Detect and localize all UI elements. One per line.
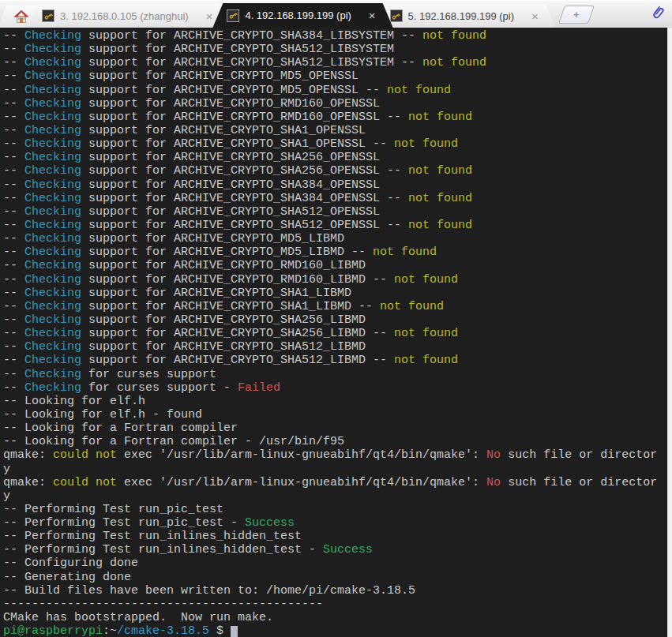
terminal-text-segment: support for ARCHIVE_CRYPTO_RMD160_LIBMD	[81, 259, 366, 272]
terminal-text-segment: --	[3, 29, 24, 43]
terminal-text-segment: support for ARCHIVE_CRYPTO_SHA512_LIBSYS…	[81, 56, 422, 69]
terminal-text-segment: support for ARCHIVE_CRYPTO_SHA384_LIBSYS…	[81, 29, 422, 43]
terminal-text-segment: Checking	[24, 29, 81, 43]
terminal-text-segment: not found	[380, 300, 444, 313]
tab-bar: 3. 192.168.0.105 (zhanghui) × 4. 192.168…	[0, 0, 672, 28]
new-tab-button[interactable]: +	[558, 6, 595, 24]
terminal-line: -- Looking for a Fortran compiler - /usr…	[3, 435, 666, 448]
terminal-line: -- Configuring done	[3, 556, 666, 570]
terminal-line: -- Checking support for ARCHIVE_CRYPTO_S…	[3, 219, 666, 232]
terminal-text-segment: Checking	[24, 381, 81, 395]
terminal-text-segment: Checking	[24, 368, 81, 381]
terminal-line: -- Performing Test run_pic_test	[3, 503, 666, 516]
terminal-text-segment: --	[3, 56, 24, 69]
terminal-text-segment: --	[3, 97, 24, 111]
terminal-text-segment: could not	[53, 448, 117, 462]
terminal-text-segment: qmake:	[3, 476, 53, 489]
close-tab-icon[interactable]: ×	[197, 10, 213, 22]
terminal-text-segment: not found	[394, 327, 458, 340]
terminal-text-segment: support for ARCHIVE_CRYPTO_MD5_OPENSSL	[81, 69, 359, 83]
terminal-text-segment: Checking	[24, 69, 81, 83]
terminal-text-segment: qmake:	[3, 448, 53, 462]
terminal-text-segment: Success	[323, 543, 373, 556]
terminal-text-segment: not found	[408, 111, 472, 124]
terminal-text-segment: support for ARCHIVE_CRYPTO_RMD160_OPENSS…	[81, 97, 380, 111]
scrollbar-track[interactable]	[667, 28, 672, 637]
terminal-text-segment: not found	[373, 245, 437, 259]
terminal-line: -- Checking support for ARCHIVE_CRYPTO_M…	[3, 84, 666, 97]
terminal-text-segment: --	[3, 340, 24, 354]
terminal-text-segment: support for ARCHIVE_CRYPTO_SHA512_LIBMD …	[81, 354, 394, 367]
terminal-text-segment: :~	[103, 624, 117, 637]
terminal-text-segment: Checking	[24, 84, 81, 97]
terminal-line: -- Checking support for ARCHIVE_CRYPTO_S…	[3, 137, 666, 151]
terminal-text-segment: --	[3, 368, 24, 381]
terminal-line: -- Generating done	[3, 571, 666, 584]
terminal-text-segment: support for ARCHIVE_CRYPTO_MD5_LIBMD	[81, 232, 344, 245]
terminal-text-segment: -- Generating done	[3, 571, 131, 584]
terminal-text-segment: Checking	[24, 232, 81, 245]
terminal-line: -- Checking support for ARCHIVE_CRYPTO_M…	[3, 245, 666, 259]
terminal-text-segment: -- Build files have been written to: /ho…	[3, 584, 415, 598]
terminal-text-segment: such file or director	[501, 476, 657, 489]
terminal-line: -- Checking for curses support	[3, 368, 666, 381]
terminal-text-segment: --	[3, 259, 24, 272]
terminal-text-segment: support for ARCHIVE_CRYPTO_MD5_OPENSSL -…	[81, 84, 387, 97]
terminal-text-segment: -- Performing Test run_inlines_hidden_te…	[3, 530, 302, 543]
terminal-line: -- Checking support for ARCHIVE_CRYPTO_S…	[3, 287, 666, 300]
terminal-text-segment: Checking	[24, 300, 81, 313]
terminal-screen[interactable]: -- Checking support for ARCHIVE_CRYPTO_S…	[0, 28, 672, 637]
terminal-text-segment: exec '/usr/lib/arm-linux-gnueabihf/qt4/b…	[117, 476, 486, 489]
tab-label: 4. 192.168.199.199 (pi)	[245, 9, 351, 21]
terminal-line: -- Checking support for ARCHIVE_CRYPTO_M…	[3, 232, 666, 245]
terminal-text-segment: --	[3, 205, 24, 219]
terminal-line: CMake has bootstrapped. Now run make.	[3, 611, 666, 624]
terminal-text-segment: support for ARCHIVE_CRYPTO_SHA256_LIBMD …	[81, 327, 394, 340]
terminal-text-segment: support for ARCHIVE_CRYPTO_SHA512_LIBSYS…	[81, 43, 394, 56]
terminal-text-segment: Checking	[24, 137, 81, 151]
terminal-text-segment: y	[3, 463, 10, 476]
terminal-text-segment: --	[3, 43, 24, 56]
terminal-text-segment: support for ARCHIVE_CRYPTO_MD5_LIBMD --	[81, 245, 373, 259]
paperclip-icon[interactable]	[650, 4, 666, 23]
terminal-text-segment: Checking	[24, 219, 81, 232]
terminal-text-segment: Checking	[24, 164, 81, 178]
terminal-text-segment: Checking	[24, 56, 81, 69]
close-tab-icon[interactable]: ×	[359, 9, 376, 21]
ssh-key-icon	[390, 9, 403, 22]
terminal-line: -- Checking support for ARCHIVE_CRYPTO_S…	[3, 164, 666, 178]
terminal-line: -- Checking support for ARCHIVE_CRYPTO_S…	[3, 178, 666, 192]
tab-session-4[interactable]: 4. 192.168.199.199 (pi) ×	[212, 3, 392, 28]
terminal-text-segment: --	[3, 124, 24, 137]
terminal-text-segment: Checking	[24, 273, 81, 287]
terminal-line: pi@raspberrypi:~/cmake-3.18.5 $	[3, 624, 666, 637]
terminal-text-segment: not found	[394, 137, 458, 151]
terminal-text-segment: y	[3, 489, 10, 503]
terminal-line: -- Performing Test run_inlines_hidden_te…	[3, 530, 666, 543]
terminal-text-segment: such file or director	[501, 448, 657, 462]
terminal-line: -- Checking support for ARCHIVE_CRYPTO_S…	[3, 354, 666, 367]
terminal-line: -- Checking support for ARCHIVE_CRYPTO_S…	[3, 340, 666, 354]
tab-session-5[interactable]: 5. 192.168.199.199 (pi) ×	[376, 4, 556, 28]
terminal-text-segment: support for ARCHIVE_CRYPTO_SHA1_OPENSSL	[81, 124, 366, 137]
terminal-line: -- Checking support for ARCHIVE_CRYPTO_S…	[3, 56, 666, 69]
terminal-text-segment: support for ARCHIVE_CRYPTO_SHA384_OPENSS…	[81, 192, 408, 205]
terminal-text-segment: -- Performing Test run_pic_test	[3, 503, 223, 516]
terminal-text-segment: --	[3, 313, 24, 327]
terminal-text-segment: support for ARCHIVE_CRYPTO_SHA512_OPENSS…	[81, 219, 408, 232]
close-tab-icon[interactable]: ×	[522, 10, 539, 22]
terminal-text-segment: --	[3, 111, 24, 124]
terminal-text-segment: --	[3, 137, 24, 151]
terminal-line: -- Checking support for ARCHIVE_CRYPTO_R…	[3, 273, 666, 287]
tab-session-3[interactable]: 3. 192.168.0.105 (zhanghui) ×	[28, 4, 230, 28]
terminal-cursor	[231, 626, 238, 637]
terminal-text-segment: --	[3, 192, 24, 205]
terminal-line: -- Checking support for ARCHIVE_CRYPTO_S…	[3, 205, 666, 219]
terminal-line: -- Checking support for ARCHIVE_CRYPTO_S…	[3, 300, 666, 313]
terminal-text-segment: -- Looking for elf.h	[3, 395, 145, 408]
terminal-text-segment: for curses support	[81, 368, 216, 381]
terminal-text-segment: Checking	[24, 43, 81, 56]
terminal-text-segment: not found	[387, 84, 451, 97]
terminal-text-segment: ----------------------------------------…	[3, 598, 323, 611]
terminal-line: -- Checking support for ARCHIVE_CRYPTO_S…	[3, 313, 666, 327]
